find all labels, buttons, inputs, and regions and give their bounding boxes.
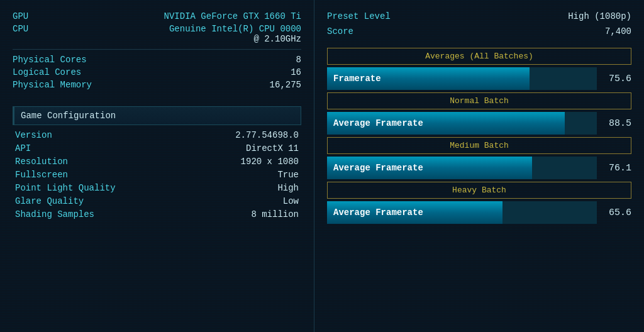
config-header: Game Configuration — [13, 106, 301, 125]
config-value: Low — [283, 196, 299, 206]
bar-container: Average Framerate — [327, 201, 597, 224]
config-section: Version 2.77.54698.0 API DirectX 11 Reso… — [13, 130, 301, 223]
config-row: API DirectX 11 — [13, 143, 301, 153]
bar-label: Average Framerate — [333, 163, 423, 173]
gpu-value: NVIDIA GeForce GTX 1660 Ti — [164, 11, 301, 21]
spec-row: Logical Cores 16 — [13, 67, 301, 77]
cpu-value: Genuine Intel(R) CPU 0000 — [169, 24, 301, 34]
config-row: Resolution 1920 x 1080 — [13, 157, 301, 167]
config-label: API — [15, 143, 31, 153]
left-panel: GPU NVIDIA GeForce GTX 1660 Ti CPU Genui… — [0, 0, 314, 332]
config-value: True — [277, 170, 299, 180]
bar-container: Framerate — [327, 67, 597, 90]
bar-row: Average Framerate88.5 — [327, 112, 631, 135]
system-info: GPU NVIDIA GeForce GTX 1660 Ti CPU Genui… — [13, 11, 301, 97]
cpu-label: CPU — [13, 24, 28, 34]
config-value: 1920 x 1080 — [241, 157, 299, 167]
spec-row: Physical Memory 16,275 — [13, 80, 301, 90]
config-label: Glare Quality — [15, 196, 84, 206]
batch-header: Averages (All Batches) — [327, 48, 631, 65]
right-panel: Preset Level High (1080p) Score 7,400 Av… — [314, 0, 644, 332]
bar-row: Framerate75.6 — [327, 67, 631, 90]
bar-label: Average Framerate — [333, 118, 423, 128]
score-value: 7,400 — [605, 26, 631, 36]
bar-container: Average Framerate — [327, 157, 597, 179]
spec-value: 8 — [296, 55, 301, 65]
batch-header: Heavy Batch — [327, 182, 631, 199]
score-label: Score — [327, 26, 353, 36]
bar-row: Average Framerate65.6 — [327, 201, 631, 224]
cpu-row: CPU Genuine Intel(R) CPU 0000 — [13, 24, 301, 34]
batch-header: Normal Batch — [327, 92, 631, 109]
bar-value: 75.6 — [603, 74, 631, 84]
config-value: High — [277, 183, 299, 193]
config-row: Glare Quality Low — [13, 196, 301, 206]
bar-container: Average Framerate — [327, 112, 597, 135]
score-row: Score 7,400 — [327, 26, 631, 36]
config-label: Version — [15, 130, 52, 140]
spec-row: Physical Cores 8 — [13, 55, 301, 65]
specs-section: Physical Cores 8 Logical Cores 16 Physic… — [13, 55, 301, 90]
spec-label: Physical Memory — [13, 80, 92, 90]
bar-value: 88.5 — [603, 118, 631, 129]
config-row: Version 2.77.54698.0 — [13, 130, 301, 140]
config-label: Resolution — [15, 157, 68, 167]
config-label: Shading Samples — [15, 209, 94, 219]
config-label: Fullscreen — [15, 170, 68, 180]
config-row: Fullscreen True — [13, 170, 301, 180]
spec-value: 16 — [291, 67, 301, 77]
spec-label: Logical Cores — [13, 67, 81, 77]
bar-row: Average Framerate76.1 — [327, 157, 631, 179]
gpu-row: GPU NVIDIA GeForce GTX 1660 Ti — [13, 11, 301, 21]
bar-label: Framerate — [333, 74, 381, 84]
preset-label: Preset Level — [327, 11, 391, 21]
divider — [13, 49, 301, 50]
config-label: Point Light Quality — [15, 183, 116, 193]
bar-value: 76.1 — [603, 163, 631, 174]
config-row: Shading Samples 8 million — [13, 209, 301, 219]
bar-label: Average Framerate — [333, 208, 423, 218]
preset-value: High (1080p) — [568, 11, 631, 21]
config-value: 8 million — [251, 209, 299, 219]
batch-header: Medium Batch — [327, 137, 631, 154]
spec-value: 16,275 — [270, 80, 301, 90]
spec-label: Physical Cores — [13, 55, 87, 65]
config-value: DirectX 11 — [246, 143, 299, 153]
bar-value: 65.6 — [603, 208, 631, 218]
sections-container: Averages (All Batches)Framerate75.6Norma… — [327, 45, 631, 226]
gpu-label: GPU — [13, 11, 28, 21]
config-row: Point Light Quality High — [13, 183, 301, 193]
preset-row: Preset Level High (1080p) — [327, 11, 631, 21]
cpu-sub: @ 2.10GHz — [13, 34, 301, 44]
config-value: 2.77.54698.0 — [235, 130, 299, 140]
